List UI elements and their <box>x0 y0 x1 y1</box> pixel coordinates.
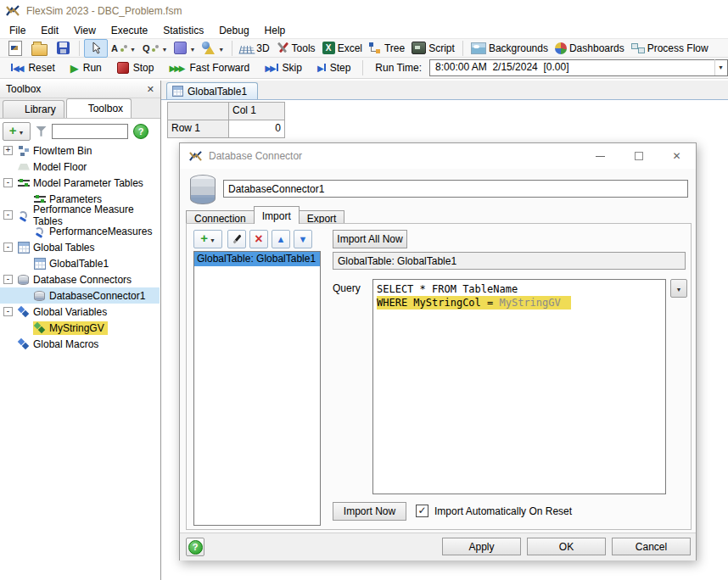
backgrounds-icon <box>471 42 486 54</box>
tree-item[interactable]: Model Floor <box>0 159 160 175</box>
excel-button[interactable]: Excel <box>319 39 366 58</box>
add-object-button[interactable] <box>3 122 31 141</box>
database-icon <box>190 175 216 207</box>
help-button[interactable] <box>133 124 148 139</box>
tree-expander[interactable]: - <box>3 307 13 316</box>
process-flow-button[interactable]: Process Flow <box>628 39 712 58</box>
cancel-button[interactable]: Cancel <box>612 538 691 555</box>
chevron-down-icon[interactable] <box>218 42 224 54</box>
tree-item[interactable]: - Global Variables <box>0 304 160 320</box>
tree-item[interactable]: - Database Connectors <box>0 271 160 287</box>
new-model-button[interactable] <box>3 39 27 58</box>
vr-view-button[interactable] <box>199 39 227 58</box>
menu-item[interactable]: Edit <box>33 23 66 38</box>
auto-import-checkbox-label[interactable]: Import Automatically On Reset <box>434 505 572 517</box>
quick-connect-button[interactable] <box>139 39 171 58</box>
connect-objects-button[interactable] <box>108 39 139 58</box>
tree-expander[interactable]: - <box>3 275 13 284</box>
tab-globaltable1[interactable]: GlobalTable1 <box>166 82 258 99</box>
ok-button[interactable]: OK <box>527 538 606 555</box>
dialog-tab[interactable]: Import <box>254 206 300 224</box>
menu-item[interactable]: Debug <box>211 23 256 38</box>
move-down-button[interactable] <box>294 230 312 248</box>
step-button[interactable]: Step <box>310 62 358 74</box>
query-template-dropdown[interactable] <box>670 279 687 298</box>
toolbar-separator <box>79 41 80 56</box>
tree-expander[interactable]: - <box>3 243 13 252</box>
dashboards-button[interactable]: Dashboards <box>552 39 628 58</box>
auto-import-checkbox[interactable] <box>416 505 428 517</box>
view-3d-button[interactable]: 3D <box>237 39 272 58</box>
tree-item[interactable]: MyStringGV <box>0 320 160 336</box>
panel-tab[interactable]: Library <box>3 100 64 118</box>
import-all-now-button[interactable]: Import All Now <box>333 230 407 248</box>
tools-button[interactable]: Tools <box>273 39 319 58</box>
import-now-button[interactable]: Import Now <box>333 502 406 521</box>
tree-item[interactable]: GlobalTable1 <box>0 255 160 271</box>
tree-expander[interactable]: + <box>3 146 13 155</box>
stop-button[interactable]: Stop <box>109 62 162 74</box>
tree-item[interactable]: - Global Tables <box>0 239 160 255</box>
close-panel-icon[interactable] <box>147 83 154 95</box>
tree-item[interactable]: + FlowItem Bin <box>0 142 160 159</box>
toolbox-tabs: Library Toolbox <box>0 98 160 119</box>
plus-icon <box>9 125 17 137</box>
table-row-header[interactable]: Row 1 <box>168 120 229 138</box>
close-button[interactable] <box>658 143 696 169</box>
open-model-button[interactable] <box>27 39 51 58</box>
table-cell[interactable]: 0 <box>229 120 285 138</box>
select-pointer-button[interactable] <box>84 39 108 58</box>
connector-name-input[interactable] <box>223 180 688 198</box>
tree-item[interactable]: Global Macros <box>0 336 160 352</box>
tree-item[interactable]: - Model Parameter Tables <box>0 175 160 191</box>
apply-button[interactable]: Apply <box>442 538 521 555</box>
step-icon <box>317 62 324 74</box>
menu-item[interactable]: File <box>2 23 33 38</box>
dialog-help-button[interactable] <box>186 538 204 556</box>
move-up-button[interactable] <box>272 230 290 248</box>
tree-item[interactable]: - Performance Measure Tables <box>0 207 160 223</box>
table-icon <box>18 242 30 254</box>
chevron-down-icon[interactable] <box>130 42 136 54</box>
minimize-button[interactable] <box>581 143 619 169</box>
menu-item[interactable]: Statistics <box>155 23 211 38</box>
edit-sampler-button[interactable] <box>227 230 246 248</box>
tree-item-label: MyStringGV <box>49 322 104 334</box>
toolbox-panel-title: Toolbox <box>6 83 41 95</box>
tree-expander[interactable]: - <box>3 210 13 220</box>
run-button[interactable]: Run <box>63 62 109 75</box>
query-editor[interactable]: SELECT * FROM TableName WHERE MyStringCo… <box>372 279 666 494</box>
menu-item[interactable]: View <box>66 23 104 38</box>
backgrounds-button[interactable]: Backgrounds <box>468 39 552 58</box>
import-list-item[interactable]: GlobalTable: GlobalTable1 <box>194 252 320 266</box>
gauge-icon <box>34 226 46 237</box>
run-speed-dropdown[interactable] <box>714 59 726 75</box>
add-import-button[interactable] <box>193 230 222 248</box>
save-model-button[interactable] <box>51 39 75 58</box>
tree-view-button[interactable]: Tree <box>366 39 408 58</box>
dialog-tab[interactable]: Export <box>299 210 345 224</box>
chevron-down-icon[interactable] <box>189 42 195 54</box>
save-icon <box>57 42 70 54</box>
chevron-down-icon[interactable] <box>161 42 167 54</box>
dialog-title-bar[interactable]: Database Connector <box>180 143 696 169</box>
draw-shape-button[interactable] <box>171 39 199 58</box>
tree-item[interactable]: DatabaseConnector1 <box>0 287 160 304</box>
fast-forward-button[interactable]: Fast Forward <box>161 62 257 74</box>
run-time-field[interactable]: 8:00:00 AM 2/15/2024 [0.00] <box>429 59 728 76</box>
table-col-header[interactable]: Col 1 <box>229 103 285 120</box>
skip-button[interactable]: Skip <box>257 62 310 74</box>
menu-item[interactable]: Execute <box>104 23 155 38</box>
panel-tab[interactable]: Toolbox <box>66 98 132 118</box>
toolbox-panel: Toolbox Library Toolbox + FlowItem B <box>0 81 161 580</box>
reset-button[interactable]: Reset <box>3 62 63 74</box>
filter-funnel-icon[interactable] <box>36 126 47 137</box>
script-button[interactable]: Script <box>408 39 458 58</box>
maximize-button[interactable] <box>619 143 658 169</box>
tree-expander[interactable]: - <box>3 178 13 187</box>
tree-item-label: Global Variables <box>33 306 107 318</box>
delete-import-button[interactable] <box>249 230 268 248</box>
toolbox-search-input[interactable] <box>52 124 128 139</box>
dialog-tab[interactable]: Connection <box>186 210 255 224</box>
menu-item[interactable]: Help <box>257 23 294 38</box>
